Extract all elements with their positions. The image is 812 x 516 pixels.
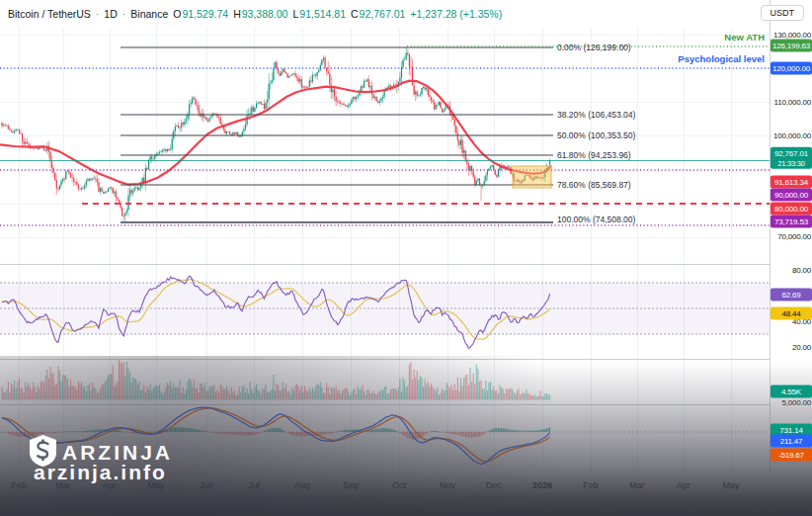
price-badge: 211.47 <box>771 435 812 448</box>
fib-level-label: 78.60% (85,569.87) <box>557 180 631 190</box>
volume-bars <box>1 358 550 399</box>
price-badge: 120,000.00 <box>771 62 812 75</box>
time-axis-label: 2026 <box>532 480 552 490</box>
low-label: L <box>292 8 298 20</box>
watermark-site-text: arzinja.info <box>34 461 167 484</box>
time-axis-label: Apr <box>677 480 690 490</box>
scale-label: 110,000.00 <box>774 98 811 107</box>
scale-label: 5,000.00 <box>781 398 811 407</box>
time-axis-label: Dec <box>486 480 502 490</box>
trading-chart-window: Bitcoin / TetherUS · 1D · Binance O91,52… <box>0 0 812 516</box>
fib-level-label: 100.00% (74,508.00) <box>557 215 635 224</box>
scale-label: 20.00 <box>792 343 811 352</box>
currency-toggle-button[interactable]: USDT <box>761 5 805 21</box>
highlight-box <box>513 166 551 188</box>
price-badge: 73,719.53 <box>771 215 812 228</box>
scale-label: 70,000.00 <box>777 232 811 241</box>
chart-plot-area[interactable] <box>0 0 770 475</box>
legend-separator: · <box>96 8 100 20</box>
price-badge: 4.55K <box>771 386 812 398</box>
price-badge: 91,613.34 <box>771 176 812 189</box>
price-badge: 90,000.00 <box>771 189 812 202</box>
fib-level-label: 0.00% (126,199.00) <box>557 43 631 52</box>
time-axis-label: Feb <box>11 480 27 490</box>
time-axis-label: Nov <box>440 480 455 490</box>
time-axis-label: Feb <box>583 480 599 490</box>
new-ath-annotation: New ATH <box>724 32 765 43</box>
psychological-level-annotation: Psychological level <box>678 53 765 64</box>
time-axis-label: Jul <box>248 480 260 490</box>
scale-label: 130,000.00 <box>773 31 811 40</box>
time-axis-label: Jun <box>200 480 214 490</box>
time-axis-label: Oct <box>392 480 406 490</box>
high-value: 93,388.00 <box>242 8 288 20</box>
timeframe-label[interactable]: 1D <box>104 8 117 20</box>
symbol-title[interactable]: Bitcoin / TetherUS <box>8 8 91 20</box>
time-axis-label: Mar <box>629 480 645 490</box>
change-value: +1,237.28 (+1.35%) <box>410 8 502 20</box>
chart-canvas <box>0 0 770 475</box>
open-label: O <box>173 8 181 20</box>
scale-label: 100,000.00 <box>773 131 811 140</box>
open-value: 91,529.74 <box>182 8 228 20</box>
price-badge: -519.67 <box>771 449 812 462</box>
time-axis-label: Sep <box>343 480 359 490</box>
fib-level-label: 61.80% (94,253.96) <box>557 150 631 160</box>
chart-legend: Bitcoin / TetherUS · 1D · Binance O91,52… <box>8 6 502 22</box>
price-badge: 80,000.00 <box>771 203 812 215</box>
close-value: 92,767.01 <box>360 8 406 20</box>
price-badge: 48.44 <box>771 307 812 320</box>
price-badge: 62.69 <box>771 289 812 301</box>
exchange-label: Binance <box>130 8 168 20</box>
legend-separator: · <box>122 8 126 20</box>
time-axis-label: May <box>722 480 739 490</box>
low-value: 91,514.81 <box>299 8 346 20</box>
price-badge: 126,199.63 <box>771 40 812 52</box>
scale-label: 80.00 <box>792 266 811 275</box>
close-label: C <box>351 8 359 20</box>
fib-level-label: 50.00% (100,353.50) <box>557 130 635 140</box>
price-badge: 92,767.0121:33:30 <box>771 147 812 169</box>
high-label: H <box>233 8 241 20</box>
fib-level-label: 38.20% (106,453.04) <box>557 110 635 120</box>
time-axis-label: Aug <box>294 480 310 490</box>
